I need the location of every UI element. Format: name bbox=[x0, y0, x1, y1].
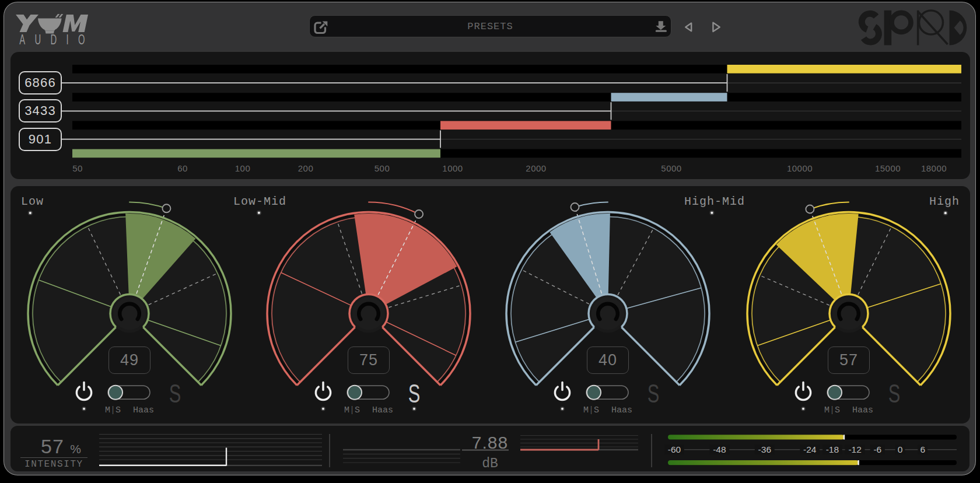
svg-text:-18: -18 bbox=[826, 444, 839, 454]
svg-text:-6: -6 bbox=[873, 444, 881, 454]
svg-text:AUDIO: AUDIO bbox=[19, 32, 94, 47]
svg-text:-60: -60 bbox=[668, 444, 681, 454]
svg-text:-48: -48 bbox=[713, 444, 726, 454]
svg-text:6: 6 bbox=[920, 444, 925, 454]
svg-text:-36: -36 bbox=[758, 444, 771, 454]
svg-text:-24: -24 bbox=[803, 444, 817, 454]
svg-text:0: 0 bbox=[898, 444, 903, 454]
svg-text:-12: -12 bbox=[848, 444, 861, 454]
